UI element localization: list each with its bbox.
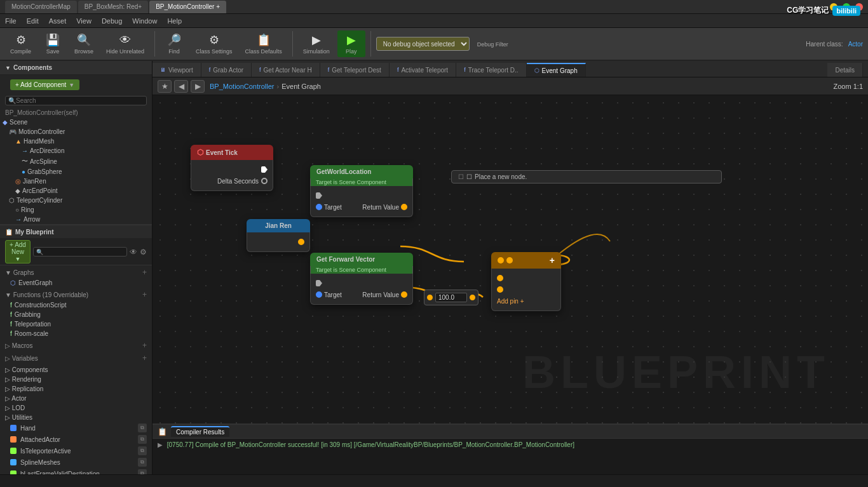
get-forward-vector-node[interactable]: Get Forward Vector Target is Scene Compo… bbox=[310, 253, 413, 305]
tab-bp-motion-controller[interactable]: BP_MotionController + bbox=[149, 1, 226, 13]
graph-canvas[interactable]: ⬡ Event Tick Delta Seconds bbox=[153, 95, 868, 424]
debug-object-select[interactable]: No debug object selected bbox=[376, 37, 470, 51]
browse-button[interactable]: 🔍 Browse bbox=[69, 30, 98, 57]
multiply-in-pin[interactable] bbox=[427, 295, 433, 300]
lod-var-section[interactable]: ▷ LOD bbox=[0, 403, 152, 413]
macros-header[interactable]: ▷ Macros + bbox=[0, 340, 152, 351]
var-teleporter-copy[interactable]: ⧉ bbox=[138, 446, 147, 455]
var-blast-frame[interactable]: bLastFrameValidDestination ⧉ bbox=[0, 468, 152, 474]
add-component-button[interactable]: + Add Component ▼ bbox=[10, 79, 79, 90]
menu-asset[interactable]: Asset bbox=[49, 17, 67, 25]
fwd-exec-in-pin[interactable] bbox=[316, 280, 322, 286]
tab-motion-controller-map[interactable]: MotionControllerMap bbox=[5, 1, 77, 13]
bookmark-button[interactable]: ★ bbox=[158, 80, 172, 93]
components-var-section[interactable]: ▷ Components bbox=[0, 365, 152, 375]
exec-out-pin[interactable] bbox=[261, 166, 268, 173]
add-in-pin-2[interactable] bbox=[497, 286, 503, 293]
variables-header[interactable]: ▷ Variables + bbox=[0, 352, 152, 364]
var-spline-copy[interactable]: ⧉ bbox=[138, 458, 147, 467]
tab-details[interactable]: Details bbox=[827, 63, 863, 77]
tab-activate-teleport[interactable]: f Activate Teleport bbox=[390, 63, 456, 77]
var-is-teleporter-active[interactable]: IsTeleporterActive ⧉ bbox=[0, 445, 152, 457]
get-world-location-node[interactable]: GetWorldLocation Target is Scene Compone… bbox=[310, 165, 413, 217]
menu-edit[interactable]: Edit bbox=[27, 17, 39, 25]
replication-var-section[interactable]: ▷ Replication bbox=[0, 384, 152, 394]
grabbing-item[interactable]: f Grabbing bbox=[0, 310, 152, 319]
tab-event-graph[interactable]: ⬡ Event Graph bbox=[527, 63, 586, 77]
tree-motion-controller[interactable]: 🎮 MotionController bbox=[0, 127, 152, 137]
var-attached-actor[interactable]: AttachedActor ⧉ bbox=[0, 434, 152, 445]
tree-teleport-cylinder[interactable]: ⬡ TeleportCylinder bbox=[0, 196, 152, 205]
tab-viewport[interactable]: 🖥 Viewport bbox=[153, 63, 201, 77]
tab-get-actor-near[interactable]: f Get Actor Near H bbox=[252, 63, 320, 77]
fwd-target-in-pin[interactable] bbox=[316, 291, 322, 298]
exec-in-pin[interactable] bbox=[316, 192, 322, 199]
jian-ren-out-pin[interactable] bbox=[298, 239, 304, 245]
tree-arc-direction[interactable]: → ArcDirection bbox=[0, 146, 152, 156]
save-button[interactable]: 💾 Save bbox=[39, 30, 67, 57]
multiply-value-node[interactable] bbox=[424, 290, 478, 305]
tree-scene[interactable]: ◆ Scene bbox=[0, 117, 152, 127]
tab-teleport-dest[interactable]: f Get Teleport Dest bbox=[320, 63, 390, 77]
menu-file[interactable]: File bbox=[5, 17, 17, 25]
add-macro-button[interactable]: + bbox=[142, 341, 147, 350]
menu-debug[interactable]: Debug bbox=[102, 17, 122, 25]
event-tick-node[interactable]: ⬡ Event Tick Delta Seconds bbox=[191, 145, 273, 191]
menu-help[interactable]: Help bbox=[167, 17, 182, 25]
utilities-var-section[interactable]: ▷ Utilities bbox=[0, 413, 152, 422]
forward-button[interactable]: ▶ bbox=[191, 80, 205, 93]
event-graph-item[interactable]: ⬡ EventGraph bbox=[0, 278, 152, 288]
add-pin-button[interactable]: Add pin + bbox=[497, 298, 524, 305]
tab-trace-teleport[interactable]: f Trace Teleport D.. bbox=[456, 63, 526, 77]
compile-button[interactable]: ⚙ Compile bbox=[5, 30, 36, 57]
bp-root-link[interactable]: BP_MotionController bbox=[210, 83, 275, 90]
var-spline-meshes[interactable]: SplineMeshes ⧉ bbox=[0, 457, 152, 468]
add-pin-2[interactable] bbox=[506, 257, 513, 264]
teleportation-item[interactable]: f Teleportation bbox=[0, 319, 152, 329]
var-hand-copy[interactable]: ⧉ bbox=[138, 424, 147, 432]
components-header[interactable]: ▼ Components bbox=[0, 61, 152, 75]
tab-grab-actor[interactable]: f Grab Actor bbox=[201, 63, 252, 77]
close-button[interactable] bbox=[855, 3, 863, 11]
rendering-var-section[interactable]: ▷ Rendering bbox=[0, 375, 152, 384]
value-input[interactable] bbox=[435, 293, 467, 302]
tree-jian-ren[interactable]: ◎ JianRen bbox=[0, 177, 152, 186]
tree-arc-spline[interactable]: 〜 ArcSpline bbox=[0, 156, 152, 167]
var-hand[interactable]: Hand ⧉ bbox=[0, 422, 152, 434]
jian-ren-node[interactable]: Jian Ren bbox=[247, 219, 310, 252]
graph-canvas-area[interactable]: ⬡ Event Tick Delta Seconds bbox=[153, 95, 868, 424]
fwd-return-out-pin[interactable] bbox=[401, 291, 407, 298]
tree-arrow[interactable]: → Arrow bbox=[0, 215, 152, 224]
class-settings-button[interactable]: ⚙ Class Settings bbox=[191, 30, 238, 57]
settings-icon[interactable]: ⚙ bbox=[140, 248, 147, 257]
find-button[interactable]: 🔎 Find bbox=[160, 30, 188, 57]
tree-grab-sphere[interactable]: ● GrabSphere bbox=[0, 167, 152, 177]
functions-header[interactable]: ▼ Functions (19 Overridable) + bbox=[0, 289, 152, 300]
hide-unrelated-button[interactable]: 👁 Hide Unrelated bbox=[101, 31, 149, 57]
add-in-pin-1[interactable] bbox=[497, 275, 503, 281]
compiler-results-tab[interactable]: Compiler Results bbox=[171, 426, 229, 437]
minimize-button[interactable] bbox=[830, 3, 837, 11]
var-lastframe-copy[interactable]: ⧉ bbox=[138, 469, 147, 474]
multiply-out-pin[interactable] bbox=[470, 295, 475, 300]
tree-arc-end-point[interactable]: ◆ ArcEndPoint bbox=[0, 186, 152, 196]
add-function-button[interactable]: + bbox=[142, 290, 147, 299]
menu-view[interactable]: View bbox=[76, 17, 92, 25]
tree-hand-mesh[interactable]: ▲ HandMesh bbox=[0, 137, 152, 146]
delta-pin[interactable] bbox=[261, 178, 268, 184]
var-attached-copy[interactable]: ⧉ bbox=[138, 435, 147, 444]
room-scale-item[interactable]: f Room-scale bbox=[0, 329, 152, 338]
return-out-pin[interactable] bbox=[401, 204, 407, 210]
maximize-button[interactable] bbox=[843, 3, 850, 11]
graphs-header[interactable]: ▼ Graphs + bbox=[0, 267, 152, 278]
tab-box-mesh[interactable]: BP_BoxMesh: Red+ bbox=[78, 1, 148, 13]
debug-filter-button[interactable]: Debug Filter bbox=[472, 37, 513, 50]
actor-var-section[interactable]: ▷ Actor bbox=[0, 394, 152, 403]
play-button[interactable]: ▶ Play bbox=[337, 30, 365, 57]
back-button[interactable]: ◀ bbox=[174, 80, 188, 93]
add-graph-button[interactable]: + bbox=[142, 268, 147, 277]
menu-window[interactable]: Window bbox=[132, 17, 157, 25]
simulation-button[interactable]: ▶ Simulation bbox=[298, 30, 335, 57]
class-defaults-button[interactable]: 📋 Class Defaults bbox=[240, 30, 287, 57]
bp-search-input[interactable] bbox=[43, 248, 124, 255]
